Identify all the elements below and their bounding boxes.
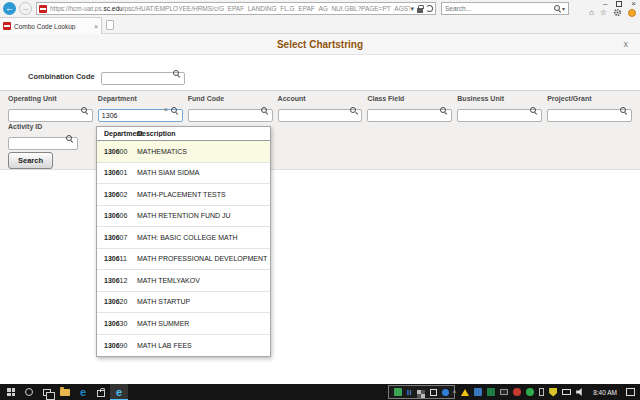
tray-red-app-icon[interactable] xyxy=(513,388,521,396)
dropdown-row[interactable]: 130611 MATH PROFESSIONAL DEVELOPMENT xyxy=(97,249,270,271)
url-dropdown-icon[interactable]: ▾ xyxy=(410,5,414,13)
tray-green-app-icon[interactable] xyxy=(487,388,495,396)
filter-fund-code: Fund Code xyxy=(188,95,273,122)
dropdown-header: Department Description xyxy=(97,127,270,141)
windows-logo-icon xyxy=(7,388,15,396)
home-icon[interactable]: ⌂ xyxy=(589,8,594,17)
filter-operating-unit: Operating Unit xyxy=(8,95,93,122)
checker-icon[interactable] xyxy=(417,390,421,394)
browser-search-input[interactable] xyxy=(445,5,554,12)
activity-id-lookup-icon[interactable] xyxy=(66,135,74,143)
dropdown-row[interactable]: 130606 MATH RETENTION FUND JU xyxy=(97,206,270,228)
store-bag-icon xyxy=(97,390,105,397)
record-icon[interactable] xyxy=(442,389,449,396)
dropdown-row[interactable]: 130607 MATH: BASIC COLLEGE MATH xyxy=(97,227,270,249)
security-shield-icon[interactable] xyxy=(549,388,557,397)
account-lookup-icon[interactable] xyxy=(350,107,358,115)
cortana-button[interactable] xyxy=(20,384,38,400)
combination-code-field-wrap xyxy=(101,67,185,85)
cortana-circle-icon xyxy=(25,388,33,396)
folder-icon xyxy=(60,389,70,396)
tray-blue-app-icon[interactable] xyxy=(474,388,482,396)
maximize-icon[interactable] xyxy=(616,1,622,7)
stop-icon[interactable] xyxy=(430,389,437,396)
business-unit-lookup-icon[interactable] xyxy=(530,107,538,115)
battery-icon[interactable] xyxy=(539,388,544,396)
dropdown-row[interactable]: 130600 MATHEMATICS xyxy=(97,141,270,163)
edge-button[interactable]: e xyxy=(74,384,92,400)
tab-close-icon[interactable]: × xyxy=(94,23,98,30)
store-button[interactable] xyxy=(92,384,110,400)
browser-search-box[interactable]: ▾ xyxy=(441,2,569,15)
dropdown-row[interactable]: 130612 MATH TEMLYAKOV xyxy=(97,270,270,292)
favorites-star-icon[interactable]: ☆ xyxy=(600,8,607,17)
network-icon[interactable] xyxy=(562,389,571,395)
dropdown-row[interactable]: 130602 MATH-PLACEMENT TESTS xyxy=(97,184,270,206)
clock[interactable]: 8:40 AM xyxy=(593,389,617,396)
dropdown-row[interactable]: 130690 MATH LAB FEES xyxy=(97,335,270,357)
search-dropdown-icon[interactable]: ▾ xyxy=(562,5,565,12)
task-view-button[interactable] xyxy=(38,384,56,400)
tray-monitor-icon[interactable] xyxy=(500,389,508,395)
fund-code-lookup-icon[interactable] xyxy=(261,107,269,115)
search-icon[interactable] xyxy=(554,5,562,13)
filter-account: Account xyxy=(278,95,363,122)
address-tools: ▾ xyxy=(410,5,433,13)
project-grant-lookup-icon[interactable] xyxy=(620,107,628,115)
page-header: Select Chartstring x xyxy=(0,34,640,55)
volume-icon[interactable] xyxy=(576,388,584,396)
department-clear-icon[interactable]: × xyxy=(164,106,168,113)
internet-explorer-button[interactable]: e xyxy=(110,384,128,400)
edge-icon: e xyxy=(80,387,86,398)
pause-icon[interactable]: II xyxy=(407,389,412,396)
recorder-app-icon[interactable] xyxy=(394,388,402,396)
filter-department: Department × xyxy=(98,95,183,122)
window-close-icon[interactable]: × xyxy=(631,0,636,8)
back-arrow-icon: ← xyxy=(5,4,14,13)
dropdown-row[interactable]: 130601 MATH SIAM SIDMA xyxy=(97,163,270,185)
task-view-icon xyxy=(43,389,51,396)
action-center-icon[interactable] xyxy=(626,388,635,396)
new-tab-button[interactable] xyxy=(106,20,114,30)
url-text: https://hcm-uat.ps.sc.edu/psc/HUAT/EMPLO… xyxy=(50,5,410,12)
dropdown-row[interactable]: 130620 MATH STARTUP xyxy=(97,292,270,314)
gear-icon[interactable] xyxy=(613,8,622,17)
file-explorer-button[interactable] xyxy=(56,384,74,400)
forward-arrow-icon: → xyxy=(21,4,30,13)
tab-title: Combo Code Lookup xyxy=(14,23,91,30)
browser-action-icons: ⌂ ☆ xyxy=(589,8,636,17)
browser-chrome: ← → https://hcm-uat.ps.sc.edu/psc/HUAT/E… xyxy=(0,0,640,34)
forward-button[interactable]: → xyxy=(19,2,32,15)
page-close-icon[interactable]: x xyxy=(624,34,629,55)
dropdown-row[interactable]: 130630 MATH SUMMER xyxy=(97,313,270,335)
minimize-icon[interactable]: – xyxy=(603,0,607,8)
warning-icon[interactable] xyxy=(461,389,469,396)
filter-project-grant: Project/Grant xyxy=(547,95,632,122)
class-field-lookup-icon[interactable] xyxy=(440,107,448,115)
search-button[interactable]: Search xyxy=(8,152,53,169)
address-field[interactable]: https://hcm-uat.ps.sc.edu/psc/HUAT/EMPLO… xyxy=(36,2,436,15)
combination-code-row: Combination Code xyxy=(28,67,185,85)
recorder-toolbar: II xyxy=(388,385,455,399)
combination-code-lookup-icon[interactable] xyxy=(173,70,181,78)
tab-bar: Combo Code Lookup × xyxy=(0,17,640,34)
back-button[interactable]: ← xyxy=(3,2,16,15)
combination-code-label: Combination Code xyxy=(28,72,95,81)
department-lookup-icon[interactable] xyxy=(171,107,179,115)
tab-favicon-icon xyxy=(3,22,11,30)
refresh-icon[interactable] xyxy=(426,5,433,12)
site-favicon-icon xyxy=(39,5,47,13)
dropdown-header-department: Department xyxy=(97,130,137,137)
start-button[interactable] xyxy=(2,384,20,400)
windows-taskbar: e e II ^ 8:40 AM xyxy=(0,384,640,400)
operating-unit-lookup-icon[interactable] xyxy=(81,107,89,115)
window-controls: – × xyxy=(603,0,636,8)
filter-business-unit: Business Unit xyxy=(457,95,542,122)
browser-tab[interactable]: Combo Code Lookup × xyxy=(0,17,102,34)
feedback-smiley-icon[interactable] xyxy=(628,9,636,17)
tray-green-circle-icon[interactable] xyxy=(526,388,534,396)
lock-icon xyxy=(417,8,423,13)
internet-explorer-icon: e xyxy=(116,387,122,398)
hidden-icons-chevron[interactable]: ^ xyxy=(453,389,456,396)
filter-activity-id: Activity ID xyxy=(8,123,78,150)
